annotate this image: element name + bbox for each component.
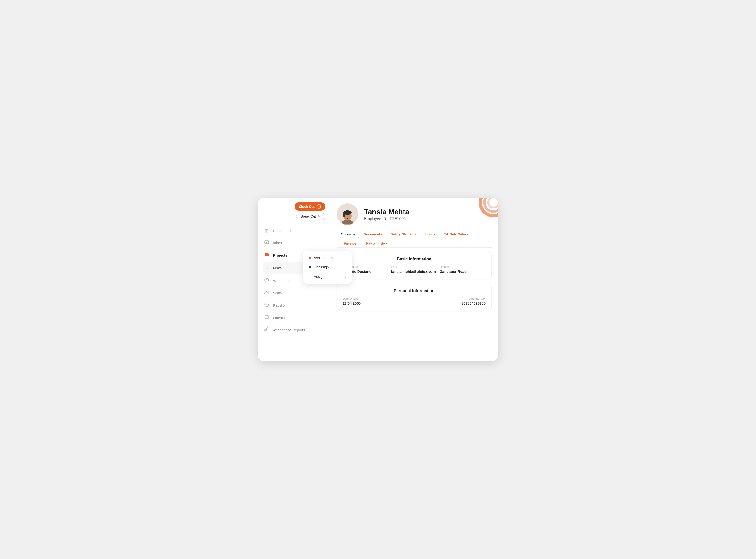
break-out-arrow-icon: ⤷ [318, 215, 321, 218]
employee-info: Tansia Mehta Employee ID - TRE1004 [364, 208, 492, 221]
sidebar-item-projects-label: Projects [273, 253, 287, 258]
svg-rect-8 [265, 316, 268, 319]
svg-point-5 [267, 291, 268, 292]
sidebar-item-attendance-reports-label: Attendance Reports [273, 328, 305, 332]
svg-rect-11 [267, 328, 268, 331]
avatar [337, 203, 358, 225]
personal-info-title: Personal Information [342, 288, 486, 293]
payslip-icon: ₹ [263, 303, 270, 308]
svg-text:₹: ₹ [266, 304, 267, 306]
main-card: // Generate dots inline via JS after DOM… [258, 198, 498, 361]
break-out-label: Break Out [301, 215, 316, 218]
svg-rect-10 [266, 328, 267, 331]
tab-loans[interactable]: Loans [421, 230, 440, 239]
break-out-button[interactable]: Break Out ⤷ [296, 213, 325, 220]
main-content: Tansia Mehta Employee ID - TRE1004 Overv… [330, 198, 498, 361]
svg-point-13 [342, 220, 353, 224]
unassign-label: Unassign [314, 265, 329, 269]
dob-value: 22/04/2000 [342, 301, 413, 305]
tab-documents[interactable]: Documents [359, 230, 386, 239]
personal-info-card: Personal Information Date Of Birth 22/04… [337, 283, 492, 311]
unassign-dot [309, 266, 311, 268]
svg-point-17 [346, 216, 347, 217]
dob-field: Date Of Birth 22/04/2000 [342, 297, 413, 305]
email-field: Email tansia.mehta@pletox.com [391, 265, 437, 273]
assign-to-chevron-icon: › [345, 275, 346, 278]
context-unassign[interactable]: Unassign [303, 262, 352, 272]
sidebar-item-visits[interactable]: Visits [260, 287, 327, 299]
main-tabs: Overview Documents Salary Structure Loan… [337, 230, 492, 239]
sidebar-item-dashboard-label: Dashboard [273, 229, 291, 233]
sidebar-item-leaves-label: Leaves [273, 316, 285, 320]
sub-tab-payslips[interactable]: Payslips [339, 239, 361, 247]
sidebar-item-visits-label: Visits [273, 291, 282, 295]
dob-label: Date Of Birth [342, 297, 413, 300]
tab-salary-structure[interactable]: Salary Structure [386, 230, 421, 239]
sidebar-item-inbox-label: Inbox [273, 241, 282, 245]
basic-info-grid: Designation Graphic Designer Email tansi… [342, 265, 486, 273]
svg-point-18 [349, 216, 350, 217]
svg-rect-16 [344, 212, 345, 217]
personal-info-grid: Date Of Birth 22/04/2000 Aadhaar No. 803… [342, 297, 486, 305]
sidebar: Clock Out ✕ Break Out ⤷ ⊞ Dashboard [258, 198, 330, 361]
aadhaar-value: 803554096350 [415, 301, 486, 305]
sidebar-item-attendance-reports[interactable]: Attendance Reports [260, 324, 327, 336]
sidebar-item-leaves[interactable]: Leaves [260, 312, 327, 324]
clock-out-x-icon: ✕ [317, 204, 321, 209]
employee-name: Tansia Mehta [364, 208, 492, 216]
inbox-icon [263, 240, 270, 246]
svg-rect-9 [265, 329, 265, 331]
sub-tabs: Payslips Payroll History [337, 239, 492, 248]
projects-icon [263, 252, 270, 259]
sidebar-top-actions: Clock Out ✕ Break Out ⤷ [258, 202, 330, 225]
basic-info-card: Basic Information Designation Graphic De… [337, 251, 492, 279]
employee-header: Tansia Mehta Employee ID - TRE1004 [337, 203, 492, 225]
email-value: tansia.mehta@pletox.com [391, 269, 437, 273]
employee-id: Employee ID - TRE1004 [364, 217, 492, 221]
assign-to-spacer [309, 275, 311, 277]
tab-overview[interactable]: Overview [337, 230, 359, 239]
work-logs-icon [263, 278, 270, 284]
assign-to-me-label: Assign to me [314, 256, 335, 260]
location-field: Location Gangapur Road [440, 265, 486, 273]
aadhaar-field: Aadhaar No. 803554096350 [415, 297, 486, 305]
sidebar-item-work-logs-label: Work Logs [273, 279, 290, 283]
svg-rect-3 [265, 241, 268, 244]
sidebar-item-payslip-label: Payslip [273, 303, 285, 308]
basic-info-title: Basic Information [342, 256, 486, 262]
context-assign-to[interactable]: Assign to › [303, 272, 352, 281]
aadhaar-label: Aadhaar No. [415, 297, 486, 300]
tasks-label: Tasks [273, 266, 282, 270]
sub-tab-payroll-history[interactable]: Payroll History [361, 239, 393, 247]
sidebar-tasks-row: ✓ Tasks ✕ Assign to me Unassign [260, 262, 327, 274]
attendance-reports-icon [263, 327, 270, 333]
tasks-check-icon: ✓ [266, 265, 269, 271]
sidebar-item-dashboard[interactable]: ⊞ Dashboard [260, 225, 327, 237]
leaves-icon [263, 315, 270, 321]
location-value: Gangapur Road [440, 269, 486, 273]
visits-icon [263, 290, 270, 296]
email-label: Email [391, 265, 437, 269]
tab-till-date-salary[interactable]: Till Date Salary [440, 230, 472, 239]
context-assign-to-me[interactable]: Assign to me [303, 253, 352, 262]
nav-list: ⊞ Dashboard Inbox Projects [258, 225, 330, 357]
clock-out-label: Clock Out [299, 205, 315, 208]
context-menu: Assign to me Unassign Assign to › [303, 251, 352, 284]
clock-out-button[interactable]: Clock Out ✕ [294, 202, 325, 211]
dashboard-icon: ⊞ [263, 228, 270, 233]
sidebar-item-payslip[interactable]: ₹ Payslip [260, 299, 327, 312]
assign-to-me-dot [309, 256, 311, 259]
location-label: Location [440, 265, 486, 269]
sidebar-item-inbox[interactable]: Inbox [260, 237, 327, 249]
assign-to-label: Assign to [314, 274, 329, 278]
svg-point-4 [265, 291, 267, 292]
